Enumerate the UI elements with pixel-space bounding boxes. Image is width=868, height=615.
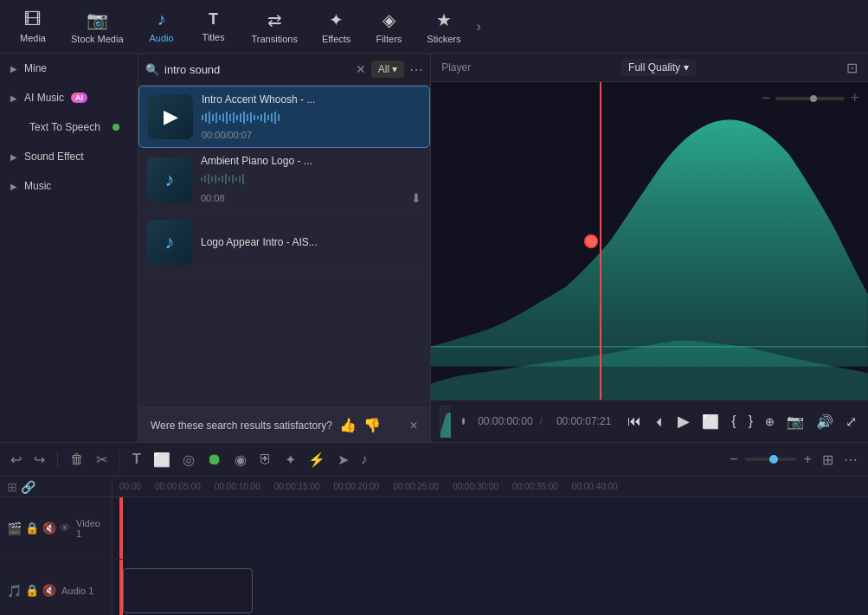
result-waveform-2 [201,170,421,188]
svg-rect-3 [212,114,214,121]
tts-badge [113,124,119,131]
result-item[interactable]: ♪ Ambient Piano Logo - ... 00:08 ⬇ [138,148,430,213]
toolbar-titles[interactable]: T Titles [188,5,240,48]
toolbar-stickers[interactable]: ★ Stickers [415,4,473,49]
ruler-marks: 00:00 00:00:05:00 00:00:10:00 00:00:15:0… [113,482,625,491]
zoom-out-icon[interactable]: − [762,89,771,107]
svg-rect-16 [257,116,259,119]
audio-lock-button[interactable]: 🔒 [25,584,39,597]
cut-button[interactable]: ✂ [93,448,111,471]
toolbar-audio[interactable]: ♪ Audio [136,4,188,48]
zoom-slider[interactable] [775,97,845,100]
search-input[interactable] [164,63,350,76]
svg-rect-22 [278,114,280,121]
split-button[interactable]: ⚡ [305,448,329,471]
effects-button[interactable]: ◎ [179,448,198,471]
snapshot-button[interactable]: 📷 [784,411,807,432]
svg-rect-27 [215,175,216,183]
thumbs-up-button[interactable]: 👍 [339,417,357,433]
toolbar-effects-label: Effects [322,34,350,44]
result-item[interactable]: ♪ Logo Appear Intro - AIS... [138,213,430,272]
search-filter-label: All [378,63,389,75]
player-expand-button[interactable]: ⊡ [846,60,858,76]
svg-rect-17 [260,114,262,121]
main-area: ▶ Mine ▶ AI Music AI Text To Speech ▶ So… [0,54,868,442]
video-track-content[interactable] [113,497,868,559]
delete-button[interactable]: 🗑 [67,448,87,471]
stock-media-icon: 📷 [87,10,108,30]
audio-clip[interactable] [123,568,253,613]
more-options-button[interactable]: ⋯ [840,448,861,471]
feedback-close-button[interactable]: ✕ [409,420,418,432]
text-button[interactable]: T [129,448,145,471]
sidebar-item-music[interactable]: ▶ Music [0,171,138,201]
search-more-button[interactable]: ⋯ [409,61,423,78]
result-music-icon-3: ♪ [165,231,175,253]
crop-button[interactable]: ⬜ [150,448,174,471]
zoom-in-icon[interactable]: + [850,89,859,107]
toolbar-transitions[interactable]: ⇄ Transitions [240,4,310,49]
top-toolbar: 🎞 Media 📷 Stock Media ♪ Audio T Titles ⇄… [0,0,868,54]
svg-rect-2 [209,112,210,124]
video-visibility-button[interactable]: 👁 [60,522,71,535]
link-icon[interactable]: 🔗 [21,480,35,494]
toolbar-more-chevron[interactable]: › [473,19,484,35]
toolbar-filters[interactable]: ◈ Filters [363,4,415,49]
audio-mute-button[interactable]: 🔇 [42,584,56,597]
svg-rect-29 [222,176,223,183]
stickers-icon: ★ [436,10,452,30]
video-lock-button[interactable]: 🔒 [25,522,39,535]
sidebar-item-text-to-speech[interactable]: Text To Speech [0,112,138,142]
fullscreen-button[interactable]: ⤢ [843,411,859,432]
mini-thumb[interactable] [440,406,450,437]
sidebar-item-sound-effect[interactable]: ▶ Sound Effect [0,142,138,171]
music-chevron: ▶ [10,182,17,191]
main-waveform [431,82,868,400]
frame-back-button[interactable]: ⏴ [651,412,668,431]
toolbar-media-label: Media [20,33,46,43]
ai-cut-button[interactable]: ✦ [281,448,299,471]
result-title-2: Ambient Piano Logo - ... [201,155,374,167]
volume-button[interactable]: 🔊 [813,411,836,432]
record-button[interactable]: ⏺ [203,447,226,472]
timeline-zoom-in-button[interactable]: + [800,448,815,471]
undo-button[interactable]: ↩ [7,448,25,471]
color-button[interactable]: ◉ [231,448,250,471]
audio-button[interactable]: ♪ [357,448,371,471]
mask-button[interactable]: ⛨ [255,448,276,471]
toolbar-media[interactable]: 🎞 Media [7,4,59,48]
ai-music-chevron: ▶ [10,93,17,103]
motion-button[interactable]: ➤ [334,448,352,471]
sidebar-item-mine[interactable]: ▶ Mine [0,54,138,83]
redo-button[interactable]: ↪ [30,448,48,471]
thumbs-down-button[interactable]: 👎 [363,417,381,433]
play-button[interactable]: ▶ [675,409,692,433]
sidebar-item-ai-music[interactable]: ▶ AI Music AI [0,83,138,112]
ruler-mark-1: 00:00:05:00 [148,482,208,491]
audio-playhead [121,560,123,615]
download-button-2[interactable]: ⬇ [411,191,421,205]
step-back-button[interactable]: ⏮ [625,411,644,432]
svg-rect-34 [239,176,241,183]
toolbar-stock-media[interactable]: 📷 Stock Media [59,4,136,49]
svg-rect-33 [235,177,237,181]
result-item[interactable]: ▶ Intro Accent Whoosh - ... 00:00/00:07 [138,86,430,148]
stop-button[interactable]: ⬜ [699,411,722,432]
add-track-icon[interactable]: ⊞ [7,480,17,494]
mark-in-button[interactable]: { [729,411,738,432]
search-filter-dropdown[interactable]: All ▾ [371,61,404,78]
audio-track-content[interactable] [113,560,868,615]
video-mute-button[interactable]: 🔇 [42,522,56,535]
search-clear-button[interactable]: ✕ [356,62,366,76]
result-thumb-3: ♪ [147,220,192,265]
svg-rect-32 [232,175,234,183]
timeline-zoom-slider[interactable] [745,458,797,461]
mark-out-button[interactable]: } [746,411,755,432]
timeline-zoom-out-button[interactable]: − [726,448,741,471]
add-to-timeline-button[interactable]: ⊕ [762,413,777,431]
svg-rect-9 [233,112,235,123]
toolbar-effects[interactable]: ✦ Effects [310,4,363,49]
quality-selector[interactable]: Full Quality ▾ [621,59,696,76]
grid-button[interactable]: ⊞ [819,448,837,471]
video-track-icon: 🎬 [7,522,22,535]
